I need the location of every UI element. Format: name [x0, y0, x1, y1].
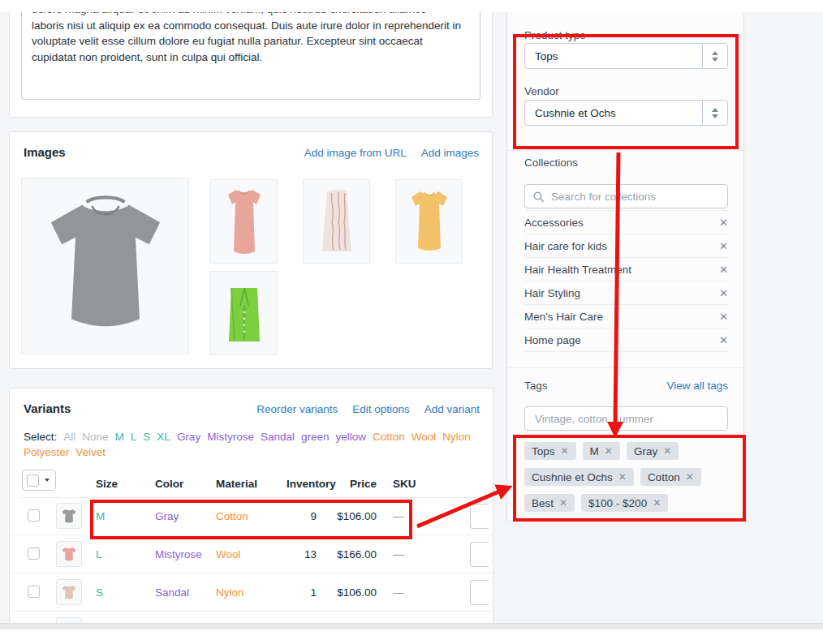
- variant-thumbnail[interactable]: [56, 617, 82, 623]
- table-row: M Gray Cotton 9 $106.00 —: [10, 497, 493, 535]
- variant-price: $106.00: [322, 586, 377, 599]
- add-variant-link[interactable]: Add variant: [424, 403, 480, 415]
- select-filter-material-link[interactable]: Wool: [412, 430, 437, 444]
- horizontal-scrollbar[interactable]: [0, 623, 823, 629]
- vendor-select[interactable]: Cushnie et Ochs: [524, 100, 728, 126]
- add-image-from-url-link[interactable]: Add image from URL: [304, 147, 407, 159]
- images-title: Images: [24, 145, 66, 159]
- yellow-tee-image: [407, 187, 452, 256]
- product-type-value: Tops: [525, 50, 702, 62]
- sku-input-clipped[interactable]: [470, 542, 489, 567]
- view-all-tags-link[interactable]: View all tags: [666, 380, 728, 392]
- tag-chip: Cotton ✕: [640, 468, 701, 486]
- remove-icon[interactable]: ✕: [719, 264, 728, 275]
- tag-chip: M ✕: [583, 442, 620, 460]
- variant-size-link[interactable]: L: [96, 548, 102, 560]
- select-filter-color-link[interactable]: Mistyrose: [207, 430, 254, 444]
- select-filter-color-link[interactable]: Sandal: [261, 430, 295, 444]
- bottom-white-band: [0, 629, 823, 644]
- remove-icon[interactable]: ✕: [559, 498, 567, 508]
- vendor-value: Cushnie et Ochs: [525, 107, 702, 119]
- variant-color-link[interactable]: Sandal: [155, 586, 189, 599]
- variant-material-link[interactable]: Cotton: [216, 510, 248, 522]
- select-filter-material-link[interactable]: Polyester: [24, 445, 69, 460]
- product-image-green-shirt[interactable]: [210, 271, 278, 355]
- collections-search-input[interactable]: [524, 184, 728, 208]
- row-checkbox[interactable]: [28, 547, 40, 560]
- product-image-yellow-tee[interactable]: [395, 179, 463, 264]
- select-filter-size-link[interactable]: XL: [157, 430, 170, 444]
- variant-material-link[interactable]: Wool: [216, 548, 241, 560]
- remove-icon[interactable]: ✕: [686, 472, 694, 482]
- table-row-clipped: [10, 612, 493, 623]
- select-all-dropdown-button[interactable]: [22, 470, 56, 491]
- sku-input-clipped[interactable]: [470, 580, 489, 605]
- select-filter-link[interactable]: All: [63, 430, 75, 444]
- remove-icon[interactable]: ✕: [719, 241, 728, 251]
- section-divider: [507, 150, 743, 151]
- tags-label: Tags: [524, 380, 548, 392]
- remove-icon[interactable]: ✕: [719, 217, 728, 228]
- select-filter-link[interactable]: None: [82, 430, 108, 444]
- product-image-pink-top[interactable]: [210, 179, 278, 264]
- remove-icon[interactable]: ✕: [663, 446, 671, 456]
- row-checkbox[interactable]: [28, 509, 40, 522]
- variant-inventory: 13: [252, 548, 317, 560]
- select-filter-color-link[interactable]: yellow: [335, 430, 366, 444]
- column-header-price: Price: [322, 478, 377, 490]
- variant-thumbnail[interactable]: [56, 579, 82, 605]
- select-filter-color-link[interactable]: Gray: [177, 430, 200, 444]
- select-filter-size-link[interactable]: M: [115, 430, 124, 444]
- chevron-down-icon: [45, 479, 50, 482]
- product-image-ruffle-blouse[interactable]: [303, 179, 370, 264]
- select-filter-material-link[interactable]: Nylon: [442, 430, 471, 444]
- remove-icon[interactable]: ✕: [618, 472, 627, 482]
- tag-chip: Cushnie et Ochs ✕: [524, 468, 634, 486]
- shirt-icon: [60, 545, 78, 563]
- variant-material-link[interactable]: Nylon: [216, 586, 244, 599]
- select-stepper-icon: [702, 44, 727, 68]
- select-filter-color-link[interactable]: green: [301, 430, 330, 444]
- product-type-label: Product type: [524, 29, 586, 41]
- tag-chip-label: Best: [532, 497, 554, 509]
- product-admin-page: dolore magna aliqua. Ut enim ad minim ve…: [0, 0, 823, 644]
- row-checkbox[interactable]: [28, 586, 40, 598]
- collection-name: Hair Health Treatment: [524, 264, 631, 276]
- variant-thumbnail[interactable]: [56, 503, 82, 529]
- add-images-link[interactable]: Add images: [421, 147, 479, 159]
- shirt-icon: [60, 507, 78, 525]
- variant-inventory: 1: [252, 586, 317, 599]
- select-all-checkbox[interactable]: [27, 474, 39, 487]
- remove-icon[interactable]: ✕: [605, 446, 613, 456]
- description-textarea[interactable]: dolore magna aliqua. Ut enim ad minim ve…: [21, 0, 480, 100]
- remove-icon[interactable]: ✕: [653, 498, 661, 508]
- variant-thumbnail[interactable]: [56, 541, 82, 567]
- collections-list: Accessories ✕ Hair care for kids ✕ Hair …: [524, 210, 728, 352]
- variant-select-filters: Select: AllNone MLSXL GrayMistyroseSanda…: [24, 430, 476, 460]
- table-row: L Mistyrose Wool 13 $166.00 —: [10, 535, 493, 573]
- select-filter-material-link[interactable]: Velvet: [75, 445, 106, 460]
- remove-icon[interactable]: ✕: [561, 446, 569, 456]
- tags-input[interactable]: [524, 406, 728, 431]
- product-image-gray-tee[interactable]: [21, 178, 189, 354]
- variant-color-link[interactable]: Gray: [155, 510, 179, 522]
- remove-icon[interactable]: ✕: [719, 311, 728, 322]
- ruffle-blouse-image: [314, 187, 360, 256]
- select-filter-material-link[interactable]: Cotton: [373, 430, 405, 444]
- remove-icon[interactable]: ✕: [719, 335, 728, 346]
- product-type-select[interactable]: Tops: [524, 43, 728, 69]
- select-stepper-icon: [702, 101, 727, 125]
- select-filter-size-link[interactable]: L: [131, 430, 137, 444]
- variant-size-link[interactable]: S: [96, 586, 103, 599]
- edit-options-link[interactable]: Edit options: [352, 403, 410, 415]
- variant-size-link[interactable]: M: [96, 510, 105, 522]
- remove-icon[interactable]: ✕: [719, 288, 728, 298]
- vendor-label: Vendor: [524, 85, 559, 97]
- variant-color-link[interactable]: Mistyrose: [155, 548, 202, 560]
- variant-sku: —: [393, 510, 404, 522]
- gray-tee-image: [37, 194, 174, 338]
- select-filter-size-link[interactable]: S: [143, 430, 150, 444]
- reorder-variants-link[interactable]: Reorder variants: [256, 403, 338, 415]
- tag-chip: Best ✕: [524, 494, 575, 512]
- sku-input-clipped[interactable]: [470, 504, 489, 529]
